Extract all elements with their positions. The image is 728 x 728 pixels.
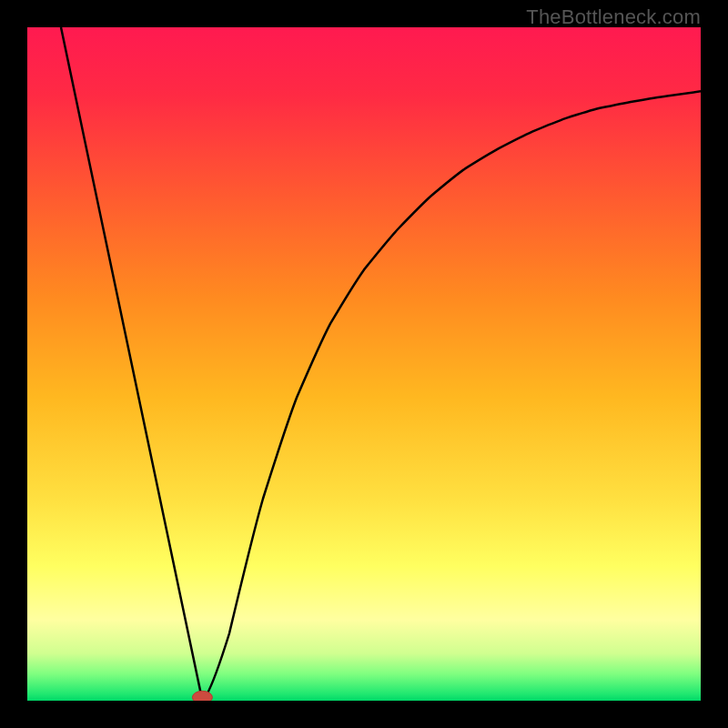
minimum-marker — [192, 691, 212, 701]
watermark-label: TheBottleneck.com — [526, 5, 701, 29]
plot-area — [27, 27, 701, 701]
curve-path — [61, 27, 701, 701]
bottleneck-curve — [27, 27, 701, 701]
chart-frame: TheBottleneck.com — [0, 0, 728, 728]
